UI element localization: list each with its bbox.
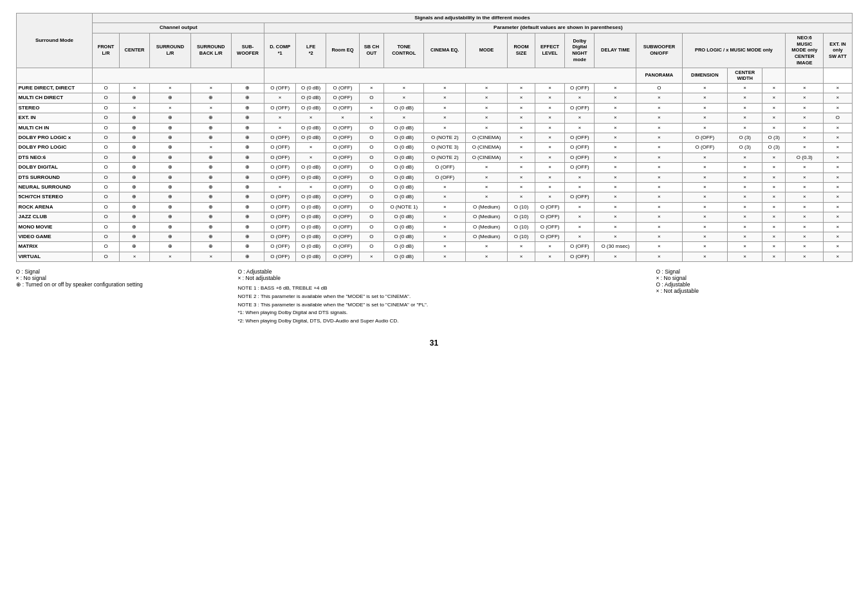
cell: O (93, 202, 119, 212)
cell: O (NOTE 2) (424, 153, 466, 162)
cell: × (786, 242, 824, 252)
cell: ⊕ (190, 242, 231, 252)
cell: × (728, 123, 762, 133)
cell: × (508, 84, 535, 93)
col-dimension: DIMENSION (682, 68, 728, 84)
cell: × (359, 84, 383, 93)
cell: ⊕ (150, 113, 190, 123)
cell: × (824, 103, 852, 113)
cell: O (93, 84, 119, 93)
cell: × (595, 232, 636, 241)
cell: O (OFF) (264, 192, 296, 202)
cell: O (0 dB) (296, 202, 326, 212)
table-row: MULTI CH DIRECTO⊕⊕⊕⊕×O (0 dB)O (OFF)O×××… (16, 93, 852, 103)
empty4 (762, 68, 786, 84)
cell: × (728, 84, 762, 93)
cell: O (0 dB) (296, 252, 326, 261)
cell: × (595, 103, 636, 113)
cell: × (824, 242, 852, 252)
cell: ⊕ (231, 93, 264, 103)
cell: × (565, 93, 595, 103)
cell: × (728, 202, 762, 212)
cell: × (682, 93, 728, 103)
cell: × (424, 212, 466, 222)
cell: O (CINEMA) (465, 153, 507, 162)
cell: ⊕ (119, 212, 150, 222)
empty5 (786, 68, 824, 84)
cell: O (359, 212, 383, 222)
cell: × (824, 133, 852, 142)
cell: × (824, 84, 852, 93)
row-name: EXT. IN (16, 113, 93, 123)
col-surround: SURROUNDL/R (150, 33, 190, 68)
cell: × (786, 202, 824, 212)
cell: O (OFF) (326, 182, 360, 192)
cell: ⊕ (150, 153, 190, 162)
cell: × (636, 133, 682, 142)
cell: × (359, 103, 383, 113)
cell: O (93, 252, 119, 261)
cell: ⊕ (150, 232, 190, 241)
channel-output-header: Channel output (93, 23, 264, 33)
cell: × (636, 182, 682, 192)
cell: × (595, 202, 636, 212)
row-name: 5CH/7CH STEREO (16, 192, 93, 202)
cell: × (762, 103, 786, 113)
row-name: DTS SURROUND (16, 172, 93, 182)
cell: O (10) (508, 212, 535, 222)
cell: O (OFF) (565, 143, 595, 153)
cell: × (636, 222, 682, 232)
cell: × (465, 172, 507, 182)
cell: × (424, 202, 466, 212)
cell: O (0 dB) (296, 163, 326, 172)
cell: × (424, 103, 466, 113)
table-row: MULTI CH INO⊕⊕⊕⊕×O (0 dB)O (OFF)OO (0 dB… (16, 123, 852, 133)
cell: O (OFF) (326, 242, 360, 252)
cell: × (682, 192, 728, 202)
o-symbol2: O (238, 268, 243, 275)
cell: × (786, 232, 824, 241)
cell: ⊕ (150, 242, 190, 252)
cell: O (359, 202, 383, 212)
cell: O (10) (508, 202, 535, 212)
cell: × (424, 192, 466, 202)
row-name: PURE DIRECT, DIRECT (16, 84, 93, 93)
cell: ⊕ (190, 133, 231, 142)
cell: × (786, 212, 824, 222)
row-name: DTS NEO:6 (16, 153, 93, 162)
cell: × (728, 232, 762, 241)
cell: ⊕ (190, 202, 231, 212)
cell: ⊕ (190, 232, 231, 241)
cell: × (682, 222, 728, 232)
cell: O (0 dB) (296, 232, 326, 241)
cell: × (424, 242, 466, 252)
cell: × (296, 143, 326, 153)
cell: ⊕ (119, 93, 150, 103)
cell: × (119, 84, 150, 93)
note5: *2: When playing Dolby Digital, DTS, DVD… (238, 317, 631, 326)
cell: × (636, 252, 682, 261)
cell: × (762, 232, 786, 241)
cell: × (728, 172, 762, 182)
cell: O (OFF) (565, 133, 595, 142)
cell: O (OFF) (424, 172, 466, 182)
cell: ⊕ (150, 143, 190, 153)
legend-left: O : Signal × : No signal ⊕ : Turned on o… (16, 268, 212, 326)
cell: O (OFF) (326, 163, 360, 172)
cell: × (636, 163, 682, 172)
o-symbol: O (16, 268, 21, 275)
cell: O (Medium) (465, 202, 507, 212)
cell: O (0 dB) (384, 192, 424, 202)
cell: O (OFF) (682, 143, 728, 153)
cell: O (OFF) (326, 202, 360, 212)
cell: × (359, 252, 383, 261)
cell: O (OFF) (264, 232, 296, 241)
cell: ⊕ (119, 172, 150, 182)
table-row: DTS NEO:6O⊕⊕⊕⊕O (OFF)×O (OFF)OO (0 dB)O … (16, 153, 852, 162)
cell: × (508, 153, 535, 162)
cell: × (824, 202, 852, 212)
cell: ⊕ (150, 182, 190, 192)
cell: O (CINEMA) (465, 133, 507, 142)
cell: × (786, 84, 824, 93)
cell: × (682, 252, 728, 261)
